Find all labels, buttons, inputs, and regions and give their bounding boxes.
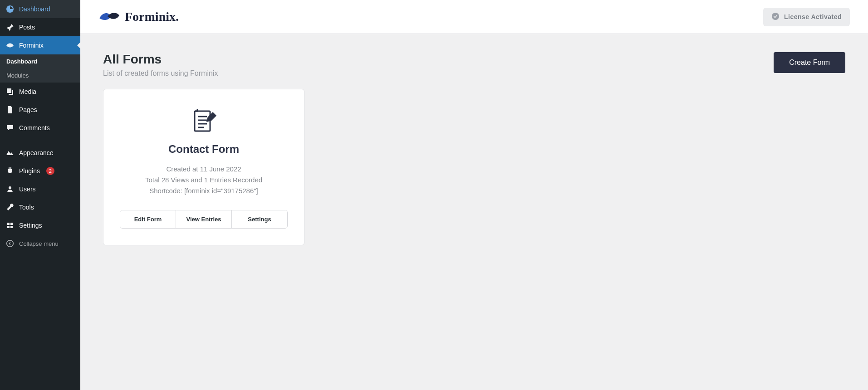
sidebar-submenu: Dashboard Modules bbox=[0, 54, 80, 83]
sidebar-item-label: Settings bbox=[19, 222, 42, 229]
plugins-update-badge: 2 bbox=[46, 167, 54, 175]
brand: Forminix. bbox=[98, 10, 179, 24]
edit-form-button[interactable]: Edit Form bbox=[120, 210, 176, 228]
page-title: All Forms bbox=[103, 52, 218, 67]
sidebar-item-label: Comments bbox=[19, 124, 50, 132]
pin-icon bbox=[5, 23, 15, 32]
sidebar-item-label: Posts bbox=[19, 24, 35, 31]
sidebar-item-label: Dashboard bbox=[19, 5, 50, 13]
sidebar-item-label: Tools bbox=[19, 204, 34, 211]
svg-point-1 bbox=[772, 12, 779, 20]
sidebar-item-users[interactable]: Users bbox=[0, 180, 80, 198]
appearance-icon bbox=[5, 148, 15, 157]
check-circle-icon bbox=[771, 12, 780, 22]
dashboard-icon bbox=[5, 5, 15, 14]
form-settings-button[interactable]: Settings bbox=[231, 210, 287, 228]
svg-point-0 bbox=[7, 240, 13, 247]
sidebar-item-posts[interactable]: Posts bbox=[0, 18, 80, 36]
comments-icon bbox=[5, 123, 15, 132]
forminix-icon bbox=[5, 41, 15, 50]
topbar: Forminix. License Activated bbox=[80, 0, 868, 34]
media-icon bbox=[5, 87, 15, 96]
form-card-title: Contact Form bbox=[120, 143, 288, 156]
content: All Forms List of created forms using Fo… bbox=[80, 34, 868, 263]
view-entries-button[interactable]: View Entries bbox=[176, 210, 231, 228]
page-header: All Forms List of created forms using Fo… bbox=[103, 52, 845, 78]
sidebar-item-appearance[interactable]: Appearance bbox=[0, 144, 80, 162]
sidebar-item-label: Plugins bbox=[19, 167, 40, 175]
create-form-button[interactable]: Create Form bbox=[774, 52, 845, 73]
sidebar-item-label: Users bbox=[19, 185, 36, 193]
collapse-menu-button[interactable]: Collapse menu bbox=[0, 234, 80, 253]
pages-icon bbox=[5, 105, 15, 114]
sidebar-item-pages[interactable]: Pages bbox=[0, 101, 80, 119]
plugins-icon bbox=[5, 166, 15, 176]
form-card-actions: Edit Form View Entries Settings bbox=[120, 210, 288, 229]
sidebar-item-tools[interactable]: Tools bbox=[0, 198, 80, 216]
settings-icon bbox=[5, 221, 15, 230]
sidebar-separator bbox=[0, 139, 80, 141]
sidebar-item-dashboard[interactable]: Dashboard bbox=[0, 0, 80, 18]
sidebar-item-forminix[interactable]: Forminix bbox=[0, 36, 80, 54]
sidebar-item-plugins[interactable]: Plugins 2 bbox=[0, 162, 80, 180]
sidebar-item-label: Pages bbox=[19, 106, 37, 113]
sidebar-item-comments[interactable]: Comments bbox=[0, 119, 80, 137]
admin-sidebar: Dashboard Posts Forminix Dashboard Modul… bbox=[0, 0, 80, 390]
form-created-line: Created at 11 June 2022 bbox=[120, 164, 288, 175]
sidebar-sub-dashboard[interactable]: Dashboard bbox=[0, 54, 80, 68]
collapse-icon bbox=[5, 239, 15, 248]
brand-logo-icon bbox=[98, 10, 120, 24]
sidebar-item-label: Forminix bbox=[19, 42, 44, 49]
page-subtitle: List of created forms using Forminix bbox=[103, 69, 218, 78]
brand-text: Forminix. bbox=[125, 10, 179, 24]
forms-grid: Contact Form Created at 11 June 2022 Tot… bbox=[103, 89, 845, 245]
sidebar-item-label: Appearance bbox=[19, 149, 54, 156]
form-stats-line: Total 28 Views and 1 Entries Recorded bbox=[120, 175, 288, 185]
sidebar-item-media[interactable]: Media bbox=[0, 83, 80, 101]
tools-icon bbox=[5, 203, 15, 212]
users-icon bbox=[5, 185, 15, 194]
sidebar-sub-modules[interactable]: Modules bbox=[0, 68, 80, 83]
license-label: License Activated bbox=[784, 13, 842, 20]
license-badge: License Activated bbox=[763, 8, 850, 26]
collapse-label: Collapse menu bbox=[19, 240, 59, 247]
sidebar-item-settings[interactable]: Settings bbox=[0, 216, 80, 234]
form-shortcode-line: Shortcode: [forminix id="39175286"] bbox=[120, 185, 288, 196]
sidebar-item-label: Media bbox=[19, 88, 36, 95]
form-document-icon bbox=[120, 107, 288, 135]
form-card: Contact Form Created at 11 June 2022 Tot… bbox=[103, 89, 304, 245]
main-area: Forminix. License Activated All Forms Li… bbox=[80, 0, 868, 390]
form-card-meta: Created at 11 June 2022 Total 28 Views a… bbox=[120, 164, 288, 196]
